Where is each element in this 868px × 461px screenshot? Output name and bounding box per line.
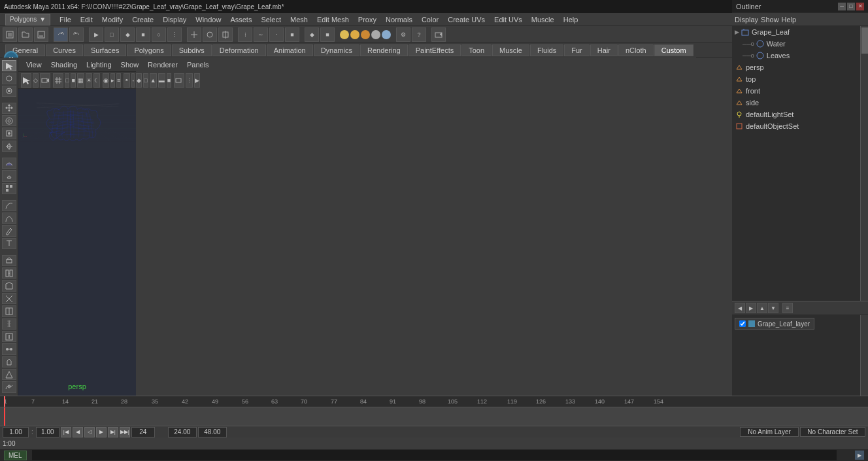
menu-window[interactable]: Window <box>192 14 225 25</box>
btn-camera[interactable] <box>431 27 446 42</box>
layers-v-scrollbar[interactable] <box>860 315 868 407</box>
rotate-tool-btn[interactable] <box>2 115 16 126</box>
vp-camera-btn[interactable] <box>40 73 50 88</box>
vp-isolate-btn[interactable]: ◉ <box>103 73 109 88</box>
open-btn[interactable] <box>18 27 33 42</box>
prev-keyframe-btn[interactable]: |◀ <box>61 427 71 437</box>
menu-select[interactable]: Select <box>257 14 285 25</box>
text-btn[interactable] <box>2 238 16 249</box>
tab-animation[interactable]: Animation <box>267 44 313 56</box>
vp-playblast-btn[interactable]: ▶ <box>194 73 200 88</box>
rotate-btn[interactable] <box>203 27 217 42</box>
redo-btn[interactable] <box>69 27 84 42</box>
outliner-close-btn[interactable]: ✕ <box>856 3 864 10</box>
btn6[interactable]: ⋮ <box>167 27 182 42</box>
play-fwd-btn[interactable]: ▶ <box>96 427 107 437</box>
color-orange[interactable] <box>350 30 359 39</box>
snap-curve-btn[interactable]: ∼ <box>254 27 268 42</box>
split-poly-btn[interactable] <box>2 305 16 316</box>
layers-scroll-down[interactable]: ▼ <box>768 303 778 313</box>
current-frame-input[interactable] <box>3 427 29 437</box>
layers-scroll-right[interactable]: ▶ <box>746 303 756 313</box>
sculpt-geo-btn[interactable] <box>2 381 16 392</box>
curve-tool-btn[interactable] <box>2 200 16 211</box>
menu-normals[interactable]: Normals <box>382 14 416 25</box>
vp-smooth-btn[interactable]: ■ <box>71 73 75 88</box>
vp-component-btn[interactable]: ◇ <box>33 73 39 88</box>
vp-light-btn[interactable]: ☀ <box>86 73 92 88</box>
menu-mesh[interactable]: Mesh <box>286 14 312 25</box>
range-start-input[interactable] <box>168 427 197 437</box>
layers-scroll-left[interactable]: ◀ <box>735 303 745 313</box>
select-tool-btn[interactable] <box>2 60 16 71</box>
script-editor-btn[interactable]: ▶ <box>855 451 864 460</box>
mel-input[interactable] <box>32 450 837 460</box>
tab-subdivs[interactable]: Subdivs <box>172 44 212 56</box>
pencil-btn[interactable] <box>2 225 16 236</box>
btn5[interactable]: ○ <box>152 27 166 42</box>
outliner-grape-leaf[interactable]: ▶ Grape_Leaf <box>732 26 868 38</box>
outliner-menu-help[interactable]: Help <box>782 16 797 24</box>
range-end-input[interactable] <box>198 427 227 437</box>
vp-wireframe-btn[interactable]: □ <box>65 73 69 88</box>
timeline-scrubber[interactable] <box>0 407 868 426</box>
extrude-btn[interactable] <box>2 255 16 266</box>
vp-menu-show[interactable]: Show <box>117 60 143 70</box>
outliner-menu-display[interactable]: Display <box>735 16 758 24</box>
tab-ncloth[interactable]: nCloth <box>618 44 654 56</box>
menu-color[interactable]: Color <box>418 14 442 25</box>
vp-snap-btn[interactable]: ⋮ <box>186 73 193 88</box>
menu-edit-mesh[interactable]: Edit Mesh <box>313 14 353 25</box>
outliner-scroll-thumb[interactable] <box>861 27 868 54</box>
outliner-maximize-btn[interactable]: □ <box>847 3 855 10</box>
btn4[interactable]: ■ <box>136 27 150 42</box>
move-tool-btn[interactable] <box>2 103 16 114</box>
timeline-playhead[interactable] <box>4 396 5 407</box>
tab-fluids[interactable]: Fluids <box>530 44 563 56</box>
bridge-btn[interactable] <box>2 267 16 279</box>
vp-texture-btn[interactable]: ▦ <box>77 73 84 88</box>
snap-view-btn[interactable]: ■ <box>285 27 299 42</box>
color-darkorange[interactable] <box>361 30 370 39</box>
layers-options-btn[interactable]: ≡ <box>782 303 793 313</box>
play-back-btn[interactable]: ◁ <box>84 427 95 437</box>
tab-polygons[interactable]: Polygons <box>127 44 171 56</box>
grape-leaf-layer-item[interactable]: Grape_Leaf_layer <box>735 318 814 330</box>
ipr-btn[interactable]: ■ <box>320 27 335 42</box>
offset-edge-btn[interactable] <box>2 318 16 330</box>
outliner-minimize-btn[interactable]: ─ <box>838 3 846 10</box>
render-btn[interactable]: ◆ <box>305 27 319 42</box>
prev-frame-btn[interactable]: ◀ <box>73 427 83 437</box>
tab-curves[interactable]: Curves <box>46 44 83 56</box>
menu-modify[interactable]: Modify <box>98 14 127 25</box>
save-btn[interactable] <box>34 27 48 42</box>
vp-nurbscv-btn[interactable]: ◆ <box>136 73 142 88</box>
mode-selector[interactable]: Polygons ▼ <box>5 14 50 26</box>
bevel-btn[interactable] <box>2 356 16 367</box>
menu-edit-uvs[interactable]: Edit UVs <box>490 14 526 25</box>
sculpt-btn[interactable] <box>2 170 16 181</box>
show-manips-btn[interactable] <box>2 183 16 194</box>
tab-dynamics[interactable]: Dynamics <box>314 44 359 56</box>
lasso-tool-btn[interactable] <box>2 73 16 84</box>
end-frame-input[interactable] <box>131 427 155 437</box>
next-keyframe-btn[interactable]: ▶▶| <box>120 427 130 437</box>
no-anim-layer-btn[interactable]: No Anim Layer <box>740 427 799 437</box>
merge-vertices-btn[interactable] <box>2 343 16 354</box>
scale-tool-btn[interactable] <box>2 128 16 139</box>
vp-grid-btn[interactable] <box>53 73 63 88</box>
tab-toon[interactable]: Toon <box>461 44 492 56</box>
vp-camera2-btn[interactable] <box>174 73 184 88</box>
ep-curve-btn[interactable] <box>2 213 16 224</box>
move-btn[interactable] <box>187 27 201 42</box>
tab-custom[interactable]: Custom <box>654 44 693 56</box>
snap-point-btn[interactable]: ⋅ <box>269 27 284 42</box>
outliner-water[interactable]: ──o Water <box>732 38 868 50</box>
menu-create[interactable]: Create <box>128 14 158 25</box>
layers-scroll-up[interactable]: ▲ <box>757 303 767 313</box>
vp-menu-panels[interactable]: Panels <box>183 60 213 70</box>
menu-edit[interactable]: Edit <box>76 14 97 25</box>
start-frame-input[interactable] <box>36 427 59 437</box>
outliner-persp[interactable]: persp <box>732 61 868 73</box>
color-yellow[interactable] <box>340 30 349 39</box>
